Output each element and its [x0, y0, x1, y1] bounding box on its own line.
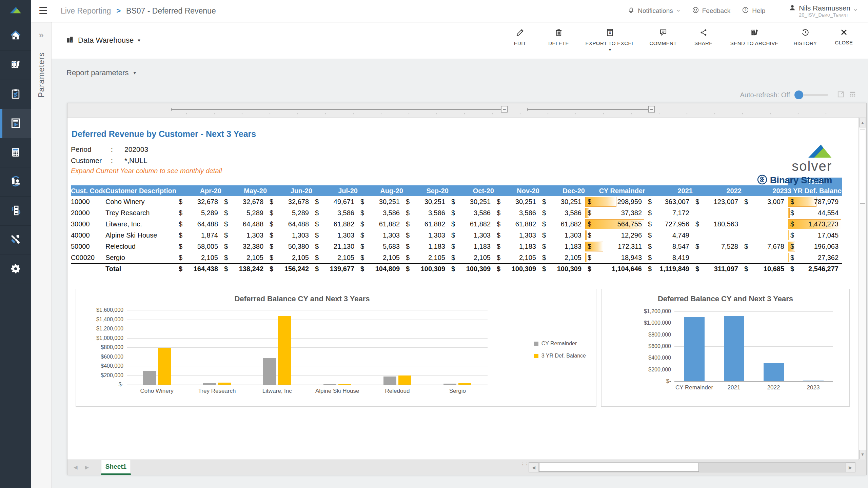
action-export-excel[interactable]: XEXPORT TO EXCEL▾ [586, 28, 635, 52]
legend-item: CY Remainder [534, 341, 586, 347]
sidebar-item-settings[interactable] [0, 255, 31, 284]
action-close-x[interactable]: CLOSE [832, 28, 856, 45]
table-cell: $30,251 [494, 196, 539, 207]
meta-customer: Customer : *,NULL [71, 155, 859, 166]
action-history-clock[interactable]: HISTORY [793, 28, 817, 46]
horizontal-scroll-track[interactable] [538, 463, 846, 472]
sidebar-item-task-checklist[interactable] [0, 80, 31, 109]
table-cell: $1,303 [403, 230, 449, 241]
data-bar [788, 253, 789, 262]
collapse-group-button[interactable]: – [501, 106, 508, 113]
vertical-scrollbar[interactable]: ▲ ▼ [859, 118, 866, 460]
table-cell [403, 178, 449, 185]
solver-logo-icon [0, 0, 31, 22]
table-cell: $1,119,849 [645, 263, 693, 274]
horizontal-scrollbar[interactable]: ◀ ▶ [529, 462, 855, 472]
collapse-group-button[interactable]: – [648, 106, 655, 113]
legend-swatch [534, 354, 538, 358]
table-cell: $123,007 [693, 196, 742, 207]
table-cell: $3,586 [449, 207, 494, 219]
column-header: Dec-20 [539, 185, 585, 196]
table-cell: $3,586 [539, 207, 585, 219]
customer-code: C00020 [71, 252, 105, 263]
column-header: 2021 [645, 185, 693, 196]
parameters-rail-label[interactable]: Parameters [37, 52, 46, 98]
notifications-button[interactable]: Notifications [628, 6, 680, 15]
sidebar-item-budgeting[interactable] [0, 138, 31, 167]
horizontal-scroll-thumb[interactable] [539, 463, 699, 472]
customer-description: Relecloud [105, 241, 176, 252]
column-header: Nov-20 [494, 185, 539, 196]
table-cell: $8,419 [645, 252, 693, 263]
help-button[interactable]: ? Help [742, 6, 765, 15]
table-cell: $5,289 [176, 207, 221, 219]
sidebar-item-process-flow[interactable] [0, 197, 31, 226]
customer-description: Coho Winery [105, 196, 176, 207]
bar [383, 377, 396, 385]
document-archive-icon [10, 59, 21, 72]
svg-text:X: X [609, 31, 611, 35]
data-bar [788, 208, 790, 218]
sidebar-item-document-archive[interactable] [0, 51, 31, 80]
table-cell: $50,380 [267, 241, 312, 252]
data-source-selector[interactable]: Data Warehouse ▾ [66, 36, 140, 45]
user-menu[interactable]: Nils Rasmussen 20_ISV_Demo_Tenant [789, 4, 858, 17]
scrollbar-resize-handle[interactable]: ⋮⋮ [520, 463, 529, 466]
scroll-up-button[interactable]: ▲ [859, 118, 866, 127]
table-cell: $2,105 [176, 252, 221, 263]
table-cell: $27,362 [788, 252, 842, 263]
table-cell: $156,242 [267, 263, 312, 274]
binary-stream-icon [757, 175, 767, 186]
chart-title: Deferred Balance CY and Next 3 Years [76, 289, 596, 303]
sheet-tab[interactable]: Sheet1 [101, 460, 131, 475]
deferred-revenue-table: TotalCust. CodeCustomer DescriptionApr-2… [71, 178, 842, 275]
expand-report-icon[interactable] [837, 90, 845, 100]
action-delete-trash[interactable]: DELETE [547, 28, 571, 46]
table-header-row: Cust. CodeCustomer DescriptionApr-20May-… [71, 185, 842, 196]
autorefresh-toggle[interactable] [795, 94, 828, 96]
autorefresh-knob[interactable] [794, 90, 803, 99]
chart-legend: CY Remainder3 YR Def. Balance [534, 341, 586, 359]
report-title: Deferred Revenue by Customer - Next 3 Ye… [72, 129, 859, 139]
action-label: EDIT [514, 40, 526, 46]
sidebar-item-home[interactable] [0, 22, 31, 51]
sidebar-item-admin-tools[interactable] [0, 226, 31, 255]
table-cell: $1,303 [358, 230, 403, 241]
customer-description: Litware, Inc. [105, 219, 176, 230]
table-cell: $1,303 [312, 230, 358, 241]
bar-group [367, 310, 427, 385]
scroll-right-button[interactable]: ▶ [846, 463, 855, 472]
table-cell: $138,242 [221, 263, 267, 274]
report-parameters-toggle[interactable]: Report parameters ▾ [52, 59, 868, 87]
grid-view-icon[interactable] [849, 90, 856, 100]
next-sheet-arrow[interactable]: ▶ [85, 464, 89, 470]
scroll-down-button[interactable]: ▼ [859, 450, 866, 459]
breadcrumb-separator: > [116, 6, 121, 15]
table-cell: $32,678 [221, 196, 267, 207]
sidebar-item-user-document-sync[interactable] [0, 167, 31, 197]
action-send-archive[interactable]: SEND TO ARCHIVE [730, 28, 778, 46]
action-share[interactable]: SHARE [692, 28, 715, 46]
solver-logo-icon [10, 6, 21, 16]
breadcrumb-section[interactable]: Live Reporting [61, 6, 111, 16]
action-comment-bubble[interactable]: COMMENT [650, 28, 677, 46]
help-label: Help [752, 7, 765, 15]
scroll-left-button[interactable]: ◀ [529, 463, 538, 472]
hamburger-menu-icon[interactable]: ☰ [39, 6, 48, 16]
table-cell: $100,309 [403, 263, 449, 274]
table-cell: $12,296 [585, 230, 645, 241]
action-edit-pencil[interactable]: EDIT [508, 28, 532, 46]
share-icon [699, 28, 708, 38]
table-cell: $2,105 [494, 252, 539, 263]
process-flow-icon [10, 205, 21, 218]
expand-parameters-icon[interactable]: » [31, 30, 51, 40]
table-cell: $61,882 [494, 219, 539, 230]
sidebar-item-live-reporting[interactable] [0, 109, 31, 138]
user-name: Nils Rasmussen [799, 4, 850, 12]
vertical-scroll-thumb[interactable] [860, 129, 865, 204]
table-cell [539, 178, 585, 185]
prev-sheet-arrow[interactable]: ◀ [74, 464, 78, 470]
y-axis-label: $200,000 [101, 372, 123, 379]
legend-item: 3 YR Def. Balance [534, 353, 586, 359]
feedback-button[interactable]: Feedback [692, 6, 730, 15]
